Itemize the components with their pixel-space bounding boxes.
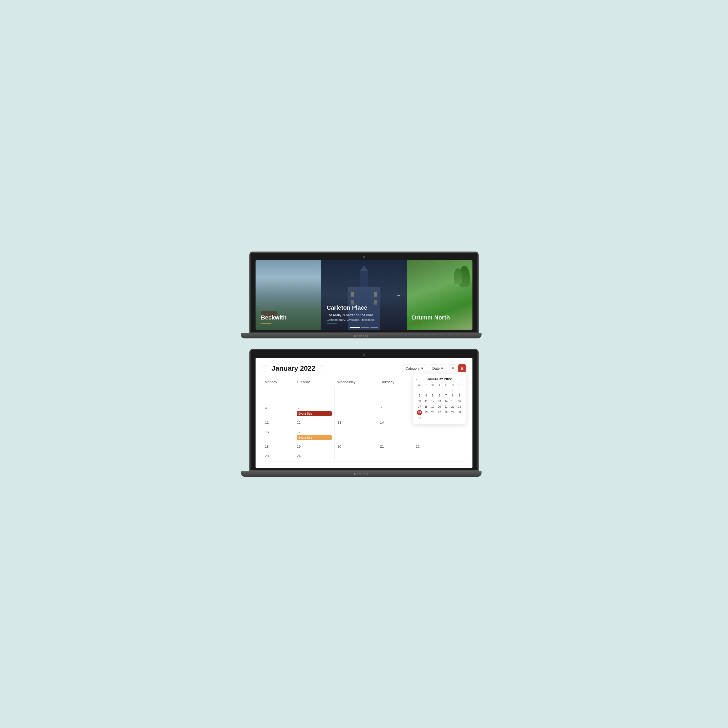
- mini-day-27[interactable]: 27: [437, 410, 442, 415]
- top-laptop: Beckwith: [249, 252, 479, 338]
- mini-day-24-today[interactable]: 24: [417, 410, 422, 415]
- mini-day-6[interactable]: 6: [437, 393, 442, 398]
- category-chevron: ∨: [421, 366, 424, 370]
- mini-day-11[interactable]: 11: [424, 399, 429, 404]
- prev-month-button[interactable]: ‹: [262, 365, 268, 372]
- bottom-display: ‹ January 2022 › Category ∨ Date ∨: [255, 358, 473, 468]
- mini-next-button[interactable]: ›: [462, 377, 463, 381]
- bottom-laptop: ‹ January 2022 › Category ∨ Date ∨: [249, 349, 479, 477]
- date-filter-button[interactable]: Date ∨: [429, 364, 447, 372]
- top-display: Beckwith: [255, 260, 473, 330]
- mini-day-4[interactable]: 4: [424, 393, 429, 398]
- cell-empty: [335, 428, 377, 442]
- mini-day[interactable]: [437, 387, 442, 393]
- day-number: 22: [416, 445, 463, 448]
- table-row: 16 17 Event Title: [262, 428, 466, 442]
- cell-jan20: 20: [335, 442, 377, 452]
- mini-day-16[interactable]: 16: [457, 399, 462, 404]
- mini-day-25[interactable]: 25: [424, 410, 429, 415]
- day-number: 23: [265, 454, 291, 458]
- col-monday: Monday: [262, 378, 294, 386]
- mini-day-20[interactable]: 20: [437, 404, 442, 410]
- carleton-underline: [327, 324, 337, 324]
- mini-day: [444, 415, 449, 421]
- mini-day-3[interactable]: 3: [417, 393, 422, 398]
- category-label: Category: [405, 366, 420, 370]
- cell-jan18: 18: [262, 442, 294, 452]
- mini-day-15[interactable]: 15: [450, 399, 456, 404]
- slide-arrow[interactable]: →: [396, 292, 401, 298]
- mini-day-26[interactable]: 26: [430, 410, 436, 415]
- mini-day-10[interactable]: 10: [417, 399, 422, 404]
- cell-jan7: 7: [377, 404, 413, 418]
- mini-day-2[interactable]: 2: [457, 387, 462, 393]
- cell-jan6: 6: [335, 404, 377, 418]
- drummond-content: Drumm North: [412, 314, 450, 324]
- cell-jan16: 16: [262, 428, 294, 442]
- event-item[interactable]: Event Title: [297, 411, 332, 416]
- day-number: 19: [297, 445, 332, 448]
- bottom-base: MacBook: [241, 471, 482, 477]
- mini-day[interactable]: [444, 387, 449, 393]
- slide-carleton: Carleton Place Life really is better on …: [321, 260, 407, 330]
- mini-day: [424, 415, 429, 421]
- mini-day-29[interactable]: 29: [450, 410, 456, 415]
- carleton-title: Carleton Place: [327, 304, 375, 311]
- mini-day-21[interactable]: 21: [444, 404, 449, 410]
- mini-day-header-m: M: [416, 383, 423, 387]
- cell-jan11: 11: [262, 418, 294, 428]
- mini-day: [430, 415, 436, 421]
- mini-day-8[interactable]: 8: [450, 393, 456, 398]
- mini-day-28[interactable]: 28: [444, 410, 449, 415]
- list-view-button[interactable]: ≡: [449, 364, 457, 372]
- mini-day-22[interactable]: 22: [450, 404, 456, 410]
- cell-jan5: 5 Event Title: [294, 404, 335, 418]
- mini-day-18[interactable]: 18: [424, 404, 429, 410]
- mini-day: [457, 415, 462, 421]
- mini-day-header-w: W: [430, 383, 436, 387]
- day-number: 18: [265, 445, 291, 448]
- mini-day-17[interactable]: 17: [417, 404, 422, 410]
- table-row: 23 24: [262, 452, 466, 461]
- mini-day-header-s2: S: [456, 383, 463, 387]
- mini-prev-button[interactable]: ‹: [416, 377, 417, 381]
- mini-day[interactable]: [430, 387, 436, 393]
- mini-day-19[interactable]: 19: [430, 404, 436, 410]
- mini-day-9[interactable]: 9: [457, 393, 462, 398]
- mini-day-31[interactable]: 31: [417, 415, 422, 421]
- carleton-subtitle: Life really is better on the river.: [327, 313, 375, 317]
- cell-jan17: 17 Event Title: [294, 428, 335, 442]
- mini-day-12[interactable]: 12: [430, 399, 436, 404]
- cell-jan21: 21: [377, 442, 413, 452]
- mini-day-7[interactable]: 7: [444, 393, 449, 398]
- table-row: 18 19 20 21 22: [262, 442, 466, 452]
- cell-jan4: 4: [262, 404, 294, 418]
- category-filter-button[interactable]: Category ∨: [402, 364, 427, 372]
- cell-empty: [262, 386, 294, 404]
- day-number: 21: [380, 445, 410, 448]
- mini-day-13[interactable]: 13: [437, 399, 442, 404]
- mini-day-30[interactable]: 30: [457, 410, 462, 415]
- mini-day[interactable]: [424, 387, 429, 393]
- next-month-button[interactable]: ›: [319, 365, 325, 372]
- beckwith-title: Beckwith: [261, 314, 287, 321]
- mini-day-14[interactable]: 14: [444, 399, 449, 404]
- bottom-screen: ‹ January 2022 › Category ∨ Date ∨: [249, 349, 479, 471]
- col-tuesday: Tuesday: [294, 378, 335, 386]
- slide-beckwith: Beckwith: [255, 260, 321, 330]
- mini-cal-title: JANUARY 2022: [427, 377, 452, 381]
- macbook-logo-top: MacBook: [354, 334, 368, 337]
- event-item[interactable]: Event Title: [297, 435, 332, 440]
- month-title: January 2022: [272, 364, 315, 373]
- day-number: 17: [297, 430, 332, 434]
- grid-view-button[interactable]: ⊞: [458, 364, 466, 372]
- mini-cal-days: M T W T F S S 1 2: [416, 383, 463, 421]
- mini-day-5[interactable]: 5: [430, 393, 436, 398]
- mini-day-23[interactable]: 23: [457, 404, 462, 410]
- cell-jan13: 13: [335, 418, 377, 428]
- mini-day[interactable]: [417, 387, 422, 393]
- cell-empty: [377, 428, 413, 442]
- camera-notch: [363, 256, 365, 258]
- mini-day-1[interactable]: 1: [450, 387, 456, 393]
- day-number: 14: [380, 421, 410, 425]
